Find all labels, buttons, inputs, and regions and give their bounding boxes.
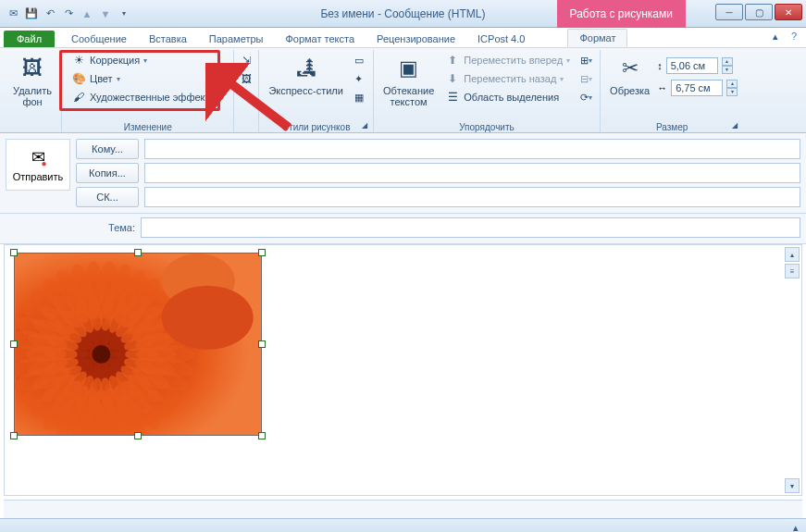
dialog-launcher-size[interactable]: ◢ <box>732 121 741 130</box>
express-styles-button[interactable]: 🏞 Экспресс-стили <box>265 52 346 98</box>
remove-bg-icon: 🖼 <box>18 54 47 83</box>
tab-insert[interactable]: Вставка <box>138 31 198 47</box>
selection-pane-button[interactable]: ☰ Область выделения <box>441 89 574 105</box>
artistic-effects-button[interactable]: 🖌 Художественные эффекты ▾ <box>68 89 228 105</box>
crop-button[interactable]: ✂ Обрезка <box>606 52 653 98</box>
group-icon[interactable]: ⊟▾ <box>577 70 594 87</box>
resize-handle-w[interactable] <box>10 340 18 348</box>
redo-icon[interactable]: ↷ <box>61 6 76 21</box>
group-label-arrange: Упорядочить <box>379 120 594 132</box>
subject-input[interactable] <box>141 217 800 238</box>
width-spinner[interactable]: ▴▾ <box>726 80 738 96</box>
selected-image[interactable] <box>14 253 262 436</box>
minimize-button[interactable]: ─ <box>715 4 743 20</box>
height-input[interactable]: 5,06 см <box>666 57 718 74</box>
recipient-fields: Кому... Копия... СК... <box>76 139 800 207</box>
title-bar: ✉ 💾 ↶ ↷ ▲ ▼ ▾ Без имени - Сообщение (HTM… <box>0 0 806 28</box>
to-input[interactable] <box>144 139 800 159</box>
artistic-icon: 🖌 <box>71 90 86 105</box>
bring-forward-button[interactable]: ⬆ Переместить вперед ▾ <box>441 52 574 68</box>
bcc-input[interactable] <box>144 187 800 207</box>
compress-pic-icon[interactable]: ⇲ <box>238 52 254 68</box>
reset-pic-icon[interactable]: ↺ <box>238 89 254 105</box>
resize-handle-e[interactable] <box>258 340 266 348</box>
app-icon: ✉ <box>6 6 20 21</box>
tab-icpost[interactable]: ICPost 4.0 <box>466 31 536 47</box>
forward-icon: ⬆ <box>445 53 460 68</box>
color-button[interactable]: 🎨 Цвет ▾ <box>68 70 228 87</box>
ribbon-tabs: Файл Сообщение Вставка Параметры Формат … <box>0 28 806 48</box>
send-button[interactable]: ✉● Отправить <box>6 139 70 191</box>
group-label-styles: Стили рисунков <box>265 120 366 132</box>
ribbon: 🖼 Удалить фон ☀ Коррекция ▾ 🎨 Цвет ▾ <box>0 48 806 133</box>
remove-background-button[interactable]: 🖼 Удалить фон <box>9 52 56 109</box>
group-styles: 🏞 Экспресс-стили ▭ ✦ ▦ Стили рисунков ◢ <box>259 50 373 132</box>
tab-review[interactable]: Рецензирование <box>366 31 466 47</box>
group-adjust-extra: ⇲ 🖼 ↺ <box>234 50 259 132</box>
group-label-size: Размер <box>606 120 738 132</box>
dialog-launcher-styles[interactable]: ◢ <box>362 121 371 130</box>
chevron-down-icon: ▾ <box>117 75 120 83</box>
status-bar: ▴ <box>0 518 806 532</box>
backward-icon: ⬇ <box>445 71 460 86</box>
save-icon[interactable]: 💾 <box>24 6 39 21</box>
pic-layout-icon[interactable]: ▦ <box>351 89 367 105</box>
pic-effects-icon[interactable]: ✦ <box>351 70 367 87</box>
resize-handle-nw[interactable] <box>10 249 18 256</box>
undo-icon[interactable]: ↶ <box>43 6 57 21</box>
prev-icon[interactable]: ▲ <box>80 6 94 21</box>
next-icon[interactable]: ▼ <box>98 6 113 21</box>
contextual-tab-label: Работа с рисунками <box>557 0 686 28</box>
resize-handle-se[interactable] <box>258 432 266 439</box>
width-row: ↔ 6,75 см ▴▾ <box>657 80 738 96</box>
resize-handle-ne[interactable] <box>258 249 266 256</box>
group-adjust: ☀ Коррекция ▾ 🎨 Цвет ▾ 🖌 Художественные … <box>62 50 234 132</box>
svg-point-112 <box>93 345 111 364</box>
chevron-down-icon: ▾ <box>220 93 224 102</box>
styles-icon: 🏞 <box>291 54 321 83</box>
resize-handle-sw[interactable] <box>10 432 18 439</box>
width-icon: ↔ <box>657 82 667 93</box>
height-spinner[interactable]: ▴▾ <box>722 57 733 74</box>
subject-label: Тема: <box>6 222 135 233</box>
scroll-down-icon[interactable]: ▾ <box>785 478 800 493</box>
scroll-up-icon[interactable]: ▴ <box>785 247 800 262</box>
tab-format[interactable]: Формат <box>567 29 627 47</box>
status-arrow-icon[interactable]: ▴ <box>793 522 799 532</box>
height-icon: ↕ <box>657 60 663 71</box>
bcc-button[interactable]: СК... <box>76 187 139 207</box>
color-icon: 🎨 <box>71 71 86 86</box>
ribbon-collapse-icon[interactable]: ▴ <box>769 31 782 43</box>
window-controls: ─ ▢ ✕ <box>715 4 802 20</box>
corrections-button[interactable]: ☀ Коррекция ▾ <box>68 52 228 68</box>
rotate-icon[interactable]: ⟳▾ <box>577 89 594 105</box>
crop-icon: ✂ <box>615 54 645 83</box>
group-size: ✂ Обрезка ↕ 5,06 см ▴▾ ↔ 6,75 см ▴▾ Разм… <box>601 50 743 132</box>
cc-button[interactable]: Копия... <box>76 163 139 183</box>
flower-image <box>14 253 262 436</box>
help-icon[interactable]: ? <box>787 31 800 43</box>
rotate-handle[interactable] <box>134 244 142 245</box>
resize-handle-n[interactable] <box>134 249 142 256</box>
align-icon[interactable]: ⊞▾ <box>577 52 594 68</box>
qat-dropdown-icon[interactable]: ▾ <box>117 6 131 21</box>
maximize-button[interactable]: ▢ <box>745 4 773 20</box>
text-wrap-button[interactable]: ▣ Обтекание текстом <box>379 52 438 109</box>
cc-input[interactable] <box>144 163 800 183</box>
wrap-icon: ▣ <box>394 54 424 83</box>
pic-border-icon[interactable]: ▭ <box>351 52 367 68</box>
close-button[interactable]: ✕ <box>775 4 802 20</box>
selection-pane-icon: ☰ <box>445 90 460 105</box>
change-pic-icon[interactable]: 🖼 <box>238 70 254 87</box>
width-input[interactable]: 6,75 см <box>671 80 723 96</box>
tab-options[interactable]: Параметры <box>198 31 275 47</box>
quick-access-toolbar: ✉ 💾 ↶ ↷ ▲ ▼ ▾ <box>0 6 131 21</box>
scroll-thumb-icon[interactable]: ≡ <box>785 264 800 278</box>
to-button[interactable]: Кому... <box>76 139 139 159</box>
send-backward-button[interactable]: ⬇ Переместить назад ▾ <box>441 70 574 87</box>
file-tab[interactable]: Файл <box>4 31 55 47</box>
resize-handle-s[interactable] <box>134 432 142 439</box>
mail-body[interactable]: ▴ ≡ ▾ <box>4 244 802 496</box>
tab-text-format[interactable]: Формат текста <box>274 31 366 47</box>
tab-message[interactable]: Сообщение <box>60 31 138 47</box>
